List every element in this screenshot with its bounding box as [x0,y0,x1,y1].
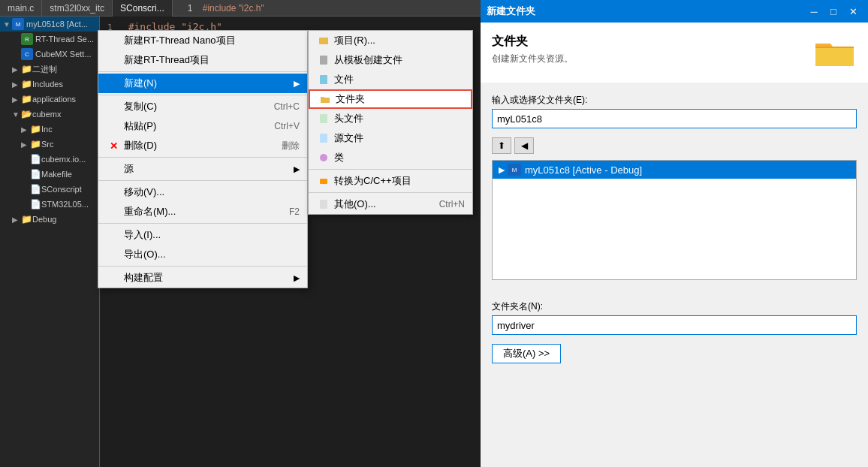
folder-icon-applications: 📁 [21,94,32,104]
submenu-new: 项目(R)... 从模板创建文件 文件 文件夹 头文件 源文件 [308,30,473,215]
dialog-title: 新建文件夹 [487,5,535,18]
tree-item-applications[interactable]: ▶ 📁 applications [0,92,99,107]
separator-2 [98,95,307,95]
dialog-close-button[interactable]: ✕ [844,3,862,20]
menu-item-new-rtt[interactable]: 新建RT-Thread项目 [98,50,307,70]
submenu-icon-project [316,35,331,46]
dialog-folder-icon [812,34,857,71]
menu-item-new-rtt-nano[interactable]: 新建RT-Thread Nano项目 [98,31,307,50]
project-icon: M [12,18,24,30]
submenu-sep [309,169,472,170]
svg-rect-6 [320,179,327,184]
file-icon-sconscript: 📄 [30,184,41,194]
submenu-item-source-file[interactable]: 源文件 [309,128,472,148]
tree-item-project[interactable]: ▼ M myL051c8 [Act... [0,17,99,32]
parent-folder-input[interactable] [492,109,857,128]
dialog-description: 创建新文件夹资源。 [492,53,573,65]
project-tree: ▼ M myL051c8 [Act... R RT-Thread Se... C… [0,17,100,467]
tree-item-includes[interactable]: ▶ 📁 Includes [0,77,99,92]
tree-item-cubemx-folder[interactable]: ▼ 📂 cubemx [0,107,99,122]
submenu-icon-folder [318,94,333,104]
dialog-maximize-button[interactable]: □ [824,3,842,20]
context-menu: 新建RT-Thread Nano项目 新建RT-Thread项目 新建(N) ▶… [98,30,308,288]
tree-item-sconscript[interactable]: 📄 SConscript [0,182,99,197]
tree-item-cubemx[interactable]: C CubeMX Sett... [0,47,99,62]
tree-item-makefile[interactable]: 📄 Makefile [0,167,99,182]
submenu-item-project[interactable]: 项目(R)... [309,31,472,50]
menu-item-import[interactable]: 导入(I)... [98,225,307,245]
tree-view-arrow: ▶ [499,165,505,175]
code-preview-tab: 1 #include "i2c.h" [173,3,481,14]
file-icon-stm32: 📄 [30,199,41,209]
separator-1 [98,71,307,72]
submenu-icon-convert [316,176,331,186]
submenu-sep2 [309,192,472,193]
menu-item-rename[interactable]: 重命名(M)... F2 [98,202,307,221]
menu-item-paste[interactable]: 粘贴(P) Ctrl+V [98,116,307,136]
submenu-item-file[interactable]: 文件 [309,70,472,89]
file-icon-cubemxio: 📄 [30,154,41,164]
menu-item-new[interactable]: 新建(N) ▶ [98,74,307,93]
submenu-icon-source-file [316,133,331,143]
dialog-content: 输入或选择父文件夹(E): ⬆ ◀ ▶ M myL051c8 [Active -… [481,94,868,300]
tree-item-cubemx-io[interactable]: 📄 cubemx.io... [0,152,99,167]
nav-up-button[interactable]: ⬆ [492,137,511,154]
folder-name-input[interactable] [492,315,857,335]
separator-5 [98,223,307,224]
svg-rect-0 [319,38,328,44]
folder-name-row: 文件夹名(N): [492,300,857,335]
folder-icon-src: 📁 [30,139,41,149]
svg-rect-4 [320,134,327,143]
menu-item-copy[interactable]: 复制(C) Ctrl+C [98,97,307,116]
tree-item-debug[interactable]: ▶ 📁 Debug [0,212,99,227]
submenu-icon-template [316,55,331,65]
separator-4 [98,180,307,181]
submenu-item-from-template[interactable]: 从模板创建文件 [309,50,472,70]
submenu-icon-header [316,113,331,124]
menu-icon-delete: ✕ [106,140,121,152]
svg-rect-1 [320,56,327,65]
submenu-icon-other [316,199,331,209]
nav-back-button[interactable]: ◀ [514,137,534,154]
tree-item-binary[interactable]: ▶ 📁 二进制 [0,62,99,77]
menu-item-source[interactable]: 源 ▶ [98,159,307,179]
nav-buttons: ⬆ ◀ [492,137,857,154]
svg-point-5 [320,154,327,161]
folder-name-section: 文件夹名(N): 高级(A) >> [481,300,868,375]
dialog-heading: 文件夹 [492,34,573,50]
menu-item-export[interactable]: 导出(O)... [98,245,307,264]
folder-name-label: 文件夹名(N): [492,300,857,313]
tree-item-rtthread[interactable]: R RT-Thread Se... [0,32,99,47]
folder-icon-cubemx: 📂 [21,109,32,119]
folder-icon-debug: 📁 [21,214,32,224]
tree-view-item-project[interactable]: ▶ M myL051c8 [Active - Debug] [493,161,856,179]
tabs-bar: main.c stm32l0xx_itc SConscri... 1 #incl… [0,0,481,17]
file-icon-makefile: 📄 [30,169,41,179]
tree-view-project-icon: M [508,164,521,176]
svg-rect-7 [320,200,327,209]
tree-item-inc[interactable]: ▶ 📁 Inc [0,122,99,137]
tab-sconscri[interactable]: SConscri... [113,0,173,17]
submenu-item-folder[interactable]: 文件夹 [309,89,472,109]
dialog-minimize-button[interactable]: ─ [805,3,823,20]
advanced-button[interactable]: 高级(A) >> [492,344,561,363]
folder-icon-binary: 📁 [21,64,32,74]
submenu-item-header[interactable]: 头文件 [309,109,472,128]
tab-mainc[interactable]: main.c [0,0,42,17]
tree-item-stm32[interactable]: 📄 STM32L05... [0,197,99,212]
submenu-item-class[interactable]: 类 [309,148,472,167]
folder-tree-view: ▶ M myL051c8 [Active - Debug] [492,160,857,280]
tree-item-src[interactable]: ▶ 📁 Src [0,137,99,152]
rtthread-icon: R [21,33,33,45]
separator-6 [98,266,307,267]
menu-item-move[interactable]: 移动(V)... [98,182,307,202]
menu-item-delete[interactable]: ✕ 删除(D) 删除 [98,136,307,155]
menu-item-build-config[interactable]: 构建配置 ▶ [98,268,307,288]
svg-rect-2 [320,75,327,84]
separator-3 [98,157,307,158]
submenu-icon-file [316,74,331,85]
submenu-item-convert[interactable]: 转换为C/C++项目 [309,171,472,191]
submenu-item-other[interactable]: 其他(O)... Ctrl+N [309,194,472,214]
tab-stm32[interactable]: stm32l0xx_itc [42,0,113,17]
svg-rect-3 [320,114,327,123]
